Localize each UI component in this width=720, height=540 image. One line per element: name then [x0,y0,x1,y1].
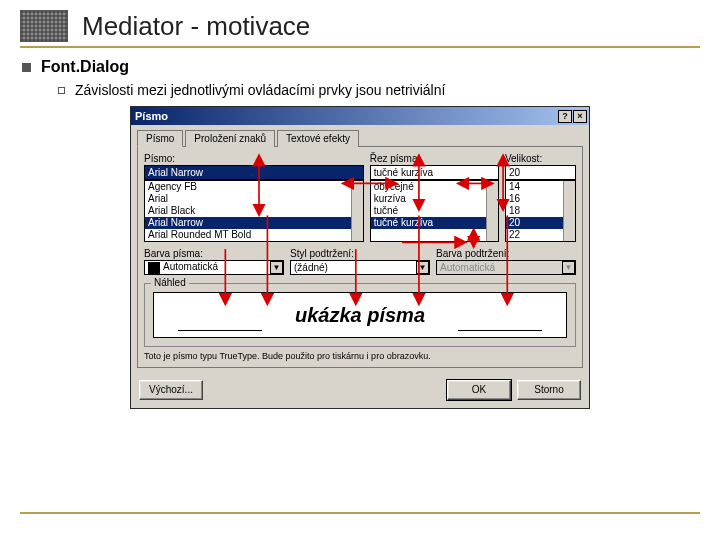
preview-legend: Náhled [151,277,189,288]
tab-font[interactable]: Písmo [137,130,183,147]
style-input[interactable]: tučné kurzíva [370,165,499,180]
size-input[interactable]: 20 [505,165,576,180]
ok-button[interactable]: OK [447,380,511,400]
chevron-down-icon: ▼ [562,261,575,274]
footer-rule [20,512,700,514]
underline-color-column: Barva podtržení: Automatická ▼ [436,248,576,275]
size-label: Velikost: [505,153,576,164]
hint-text: Toto je písmo typu TrueType. Bude použit… [144,351,576,361]
underline-color-dropdown: Automatická ▼ [436,260,576,275]
slide-title: Mediator - motivace [82,11,310,42]
list-item[interactable]: Arial Narrow [145,217,363,229]
bullet-level-2: Závislosti mezi jednotlivými ovládacími … [58,82,700,98]
color-column: Barva písma: Automatická ▼ [144,248,284,275]
color-value: Automatická [163,261,218,272]
tab-body: Písmo: Arial Narrow Agency FB Arial Aria… [137,146,583,368]
bullet-1-text: Font.Dialog [41,58,129,76]
list-item[interactable]: Agency FB [145,181,363,193]
underline-dropdown[interactable]: (žádné) ▼ [290,260,430,275]
button-row: Výchozí... OK Storno [131,374,589,408]
dialog-wrap: Písmo ? × Písmo Proložení znaků Textové … [130,106,590,409]
underline-label: Styl podtržení: [290,248,430,259]
color-dropdown[interactable]: Automatická ▼ [144,260,284,275]
underline-color-value: Automatická [440,262,495,273]
list-item[interactable]: obyčejné [371,181,498,193]
scrollbar[interactable] [351,181,363,241]
bullet-hollow-square-icon [58,87,65,94]
scrollbar[interactable] [486,181,498,241]
underline-value: (žádné) [294,262,328,273]
slide-header: Mediator - motivace [20,10,700,48]
tab-spacing[interactable]: Proložení znaků [185,130,275,147]
font-listbox[interactable]: Agency FB Arial Arial Black Arial Narrow… [144,180,364,242]
list-item[interactable]: kurzíva [371,193,498,205]
tab-effects[interactable]: Textové efekty [277,130,359,147]
list-item[interactable]: Arial Rounded MT Bold [145,229,363,241]
list-item[interactable]: Arial Black [145,205,363,217]
list-item[interactable]: tučné [371,205,498,217]
titlebar: Písmo ? × [131,107,589,125]
font-dialog: Písmo ? × Písmo Proložení znaků Textové … [130,106,590,409]
help-button[interactable]: ? [558,110,572,123]
tab-effects-label: Textové efekty [286,133,350,144]
window-buttons: ? × [558,110,587,123]
font-input-text: Arial Narrow [148,167,203,178]
underline-color-label: Barva podtržení: [436,248,576,259]
scrollbar[interactable] [563,181,575,241]
style-listbox[interactable]: obyčejné kurzíva tučné tučné kurzíva [370,180,499,242]
size-listbox[interactable]: 14 16 18 20 22 [505,180,576,242]
dialog-title: Písmo [135,110,168,122]
bullet-square-icon [22,63,31,72]
ok-button-label: OK [472,384,486,395]
logo-icon [20,10,68,42]
color-swatch-icon [148,262,160,274]
bullet-level-1: Font.Dialog [22,58,700,76]
preview-line-icon [178,330,262,331]
size-column: Velikost: 20 14 16 18 20 22 [505,153,576,242]
style-column: Řez písma: tučné kurzíva obyčejné kurzív… [370,153,499,242]
cancel-button-label: Storno [534,384,563,395]
preview-box: ukázka písma [153,292,567,338]
list-item[interactable]: Arial [145,193,363,205]
bullet-2-text: Závislosti mezi jednotlivými ovládacími … [75,82,445,98]
color-label: Barva písma: [144,248,284,259]
preview-line-icon [458,330,542,331]
tab-spacing-label: Proložení znaků [194,133,266,144]
preview-text: ukázka písma [295,304,425,327]
tabstrip: Písmo Proložení znaků Textové efekty [131,125,589,146]
default-button-label: Výchozí... [149,384,193,395]
close-button[interactable]: × [573,110,587,123]
default-button[interactable]: Výchozí... [139,380,203,400]
tab-font-label: Písmo [146,133,174,144]
cancel-button[interactable]: Storno [517,380,581,400]
list-item[interactable]: tučné kurzíva [371,217,498,229]
font-column: Písmo: Arial Narrow Agency FB Arial Aria… [144,153,364,242]
style-input-text: tučné kurzíva [374,167,433,178]
style-label: Řez písma: [370,153,499,164]
preview-fieldset: Náhled ukázka písma [144,283,576,347]
underline-column: Styl podtržení: (žádné) ▼ [290,248,430,275]
size-input-text: 20 [509,167,520,178]
font-label: Písmo: [144,153,364,164]
font-input[interactable]: Arial Narrow [144,165,364,180]
chevron-down-icon: ▼ [416,261,429,274]
chevron-down-icon: ▼ [270,261,283,274]
